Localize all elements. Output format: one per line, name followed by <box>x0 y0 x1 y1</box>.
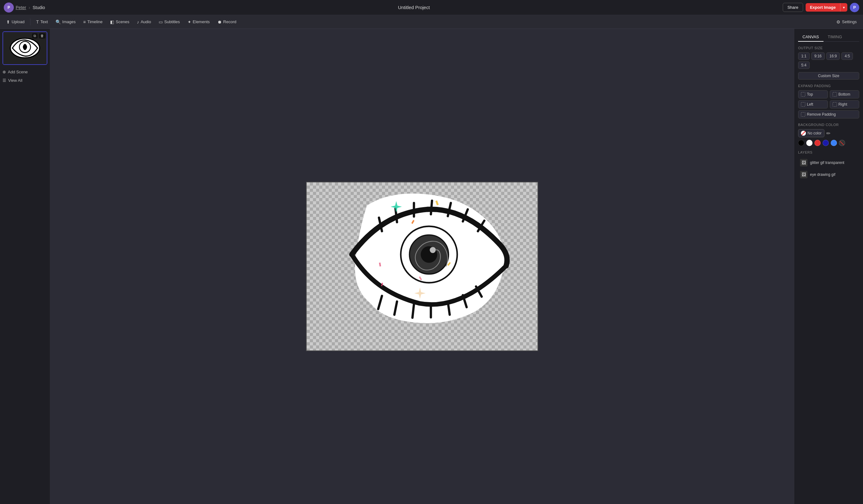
swatch-blue[interactable] <box>831 140 837 146</box>
left-padding-button[interactable]: Left <box>798 100 828 109</box>
user-avatar[interactable]: P <box>850 3 859 12</box>
record-tool[interactable]: ⏺ Record <box>214 18 240 26</box>
canvas-art <box>306 182 538 351</box>
text-tool[interactable]: T Text <box>33 18 51 26</box>
thumb-actions: ⧉ 🗑 <box>32 33 46 39</box>
top-bar: P Peter › Studio Untitled Project Share … <box>0 0 863 15</box>
layers-section: LAYERS 🖼 glitter gif transparent 🖼 eye d… <box>798 150 859 180</box>
canvas-wrap <box>306 182 538 351</box>
swatch-white[interactable] <box>806 140 813 146</box>
padding-grid: Top Bottom Left Right <box>798 90 859 109</box>
expand-padding-section: EXPAND PADDING Top Bottom Left Right <box>798 84 859 118</box>
images-tool[interactable]: 🔍 Images <box>52 18 79 26</box>
remove-padding-icon <box>801 112 805 117</box>
export-image-button[interactable]: Export Image <box>805 3 840 12</box>
size-16-9[interactable]: 16:9 <box>826 52 840 60</box>
expand-padding-title: EXPAND PADDING <box>798 84 859 88</box>
images-icon: 🔍 <box>55 20 61 24</box>
export-caret-button[interactable]: ▾ <box>840 3 847 12</box>
svg-point-21 <box>430 247 436 253</box>
left-padding-icon <box>801 102 805 106</box>
settings-tool[interactable]: ⚙ Settings <box>833 18 860 26</box>
settings-icon: ⚙ <box>836 20 840 24</box>
layer-item-1[interactable]: 🖼 eye drawing gif <box>798 168 859 180</box>
elements-tool[interactable]: ✦ Elements <box>184 18 213 26</box>
scenes-icon: ◧ <box>110 20 114 24</box>
layer-item-0[interactable]: 🖼 glitter gif transparent <box>798 157 859 168</box>
size-1-1[interactable]: 1:1 <box>798 52 810 60</box>
swatch-blue-dark[interactable] <box>823 140 829 146</box>
output-size-title: OUTPUT SIZE <box>798 46 859 50</box>
scene-thumbnail[interactable]: ⧉ 🗑 <box>2 32 47 65</box>
timeline-icon: ≡ <box>83 20 86 24</box>
upload-icon: ⬆ <box>6 20 10 24</box>
canvas-area[interactable] <box>50 29 794 504</box>
layer-thumb-1: 🖼 <box>800 171 808 178</box>
size-5-4[interactable]: 5:4 <box>798 61 810 69</box>
background-color-row: No color ✏ <box>798 129 859 137</box>
output-size-section: OUTPUT SIZE 1:1 9:16 16:9 4:5 5:4 Custom… <box>798 46 859 80</box>
breadcrumb: Peter › Studio <box>16 5 45 10</box>
top-bar-right: Share Export Image ▾ P <box>783 3 859 12</box>
audio-tool[interactable]: ♪ Audio <box>134 18 154 26</box>
upload-tool[interactable]: ⬆ Upload <box>3 18 28 26</box>
subtitles-icon: ▭ <box>159 20 163 24</box>
thumb-delete-icon[interactable]: 🗑 <box>39 33 46 39</box>
background-color-section: BACKGROUND COLOR No color ✏ <box>798 123 859 146</box>
right-padding-button[interactable]: Right <box>830 100 860 109</box>
svg-line-6 <box>412 304 414 317</box>
bottom-padding-button[interactable]: Bottom <box>830 90 860 98</box>
layer-thumb-0: 🖼 <box>800 159 808 166</box>
elements-icon: ✦ <box>188 20 191 24</box>
right-padding-icon <box>833 102 837 106</box>
custom-size-button[interactable]: Custom Size <box>798 72 859 80</box>
remove-padding-button[interactable]: Remove Padding <box>798 110 859 118</box>
audio-icon: ♪ <box>137 20 139 24</box>
left-panel: ⧉ 🗑 ⊕ Add Scene ☰ View All <box>0 29 50 504</box>
timeline-tool[interactable]: ≡ Timeline <box>80 18 106 26</box>
add-scene-button[interactable]: ⊕ Add Scene <box>2 68 47 75</box>
text-icon: T <box>36 20 39 24</box>
size-4-5[interactable]: 4:5 <box>841 52 853 60</box>
top-padding-button[interactable]: Top <box>798 90 828 98</box>
bottom-padding-icon <box>833 92 837 97</box>
scenes-tool[interactable]: ◧ Scenes <box>107 18 132 26</box>
canvas-tab[interactable]: CANVAS <box>798 33 824 42</box>
panel-tabs: CANVAS TIMING <box>798 33 859 42</box>
view-all-button[interactable]: ☰ View All <box>2 77 47 84</box>
toolbar-sep-1 <box>30 18 30 25</box>
right-panel: CANVAS TIMING OUTPUT SIZE 1:1 9:16 16:9 … <box>794 29 863 504</box>
left-actions: ⊕ Add Scene ☰ View All <box>2 68 47 84</box>
no-color-button[interactable]: No color <box>798 129 824 137</box>
toolbar: ⬆ Upload T Text 🔍 Images ≡ Timeline ◧ Sc… <box>0 15 863 29</box>
thumb-copy-icon[interactable]: ⧉ <box>32 33 38 39</box>
no-color-icon <box>801 131 806 136</box>
svg-text:P: P <box>8 5 10 10</box>
svg-line-14 <box>431 201 432 214</box>
main-layout: ⧉ 🗑 ⊕ Add Scene ☰ View All <box>0 29 863 504</box>
layer-name-0: glitter gif transparent <box>810 161 844 165</box>
eyedropper-button[interactable]: ✏ <box>826 130 830 136</box>
layers-title: LAYERS <box>798 150 859 154</box>
size-9-16[interactable]: 9:16 <box>811 52 825 60</box>
layer-name-1: eye drawing gif <box>810 172 835 177</box>
view-all-icon: ☰ <box>2 78 6 83</box>
project-title[interactable]: Untitled Project <box>398 5 430 10</box>
swatch-none[interactable] <box>839 140 845 146</box>
color-swatches <box>798 140 859 146</box>
swatch-black[interactable] <box>798 140 804 146</box>
top-bar-left: P Peter › Studio <box>4 2 45 13</box>
share-button[interactable]: Share <box>783 3 803 12</box>
size-buttons: 1:1 9:16 16:9 4:5 5:4 <box>798 52 859 69</box>
background-color-title: BACKGROUND COLOR <box>798 123 859 127</box>
add-scene-icon: ⊕ <box>2 70 6 74</box>
top-padding-icon <box>801 92 805 97</box>
export-button-group: Export Image ▾ <box>805 3 847 12</box>
swatch-red[interactable] <box>814 140 821 146</box>
subtitles-tool[interactable]: ▭ Subtitles <box>155 18 183 26</box>
app-logo: P <box>4 2 14 13</box>
timing-tab[interactable]: TIMING <box>824 33 847 42</box>
record-icon: ⏺ <box>217 20 222 24</box>
